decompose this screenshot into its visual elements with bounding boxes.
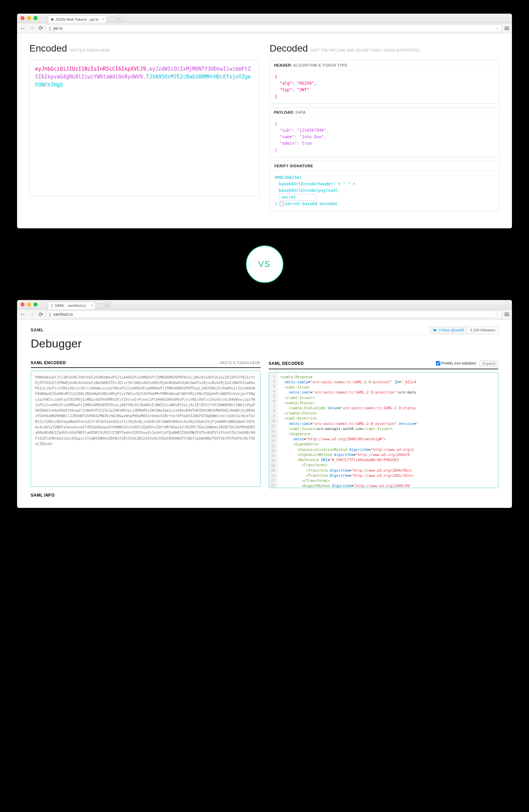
page-icon: ▯ bbox=[49, 312, 51, 317]
url-text: jwt.io bbox=[53, 26, 62, 31]
titlebar: ◆ JSON Web Tokens - jwt.io × bbox=[17, 14, 512, 23]
window-controls bbox=[20, 302, 38, 307]
maximize-window-icon[interactable] bbox=[33, 16, 38, 20]
saml-brand: SAML bbox=[31, 328, 44, 332]
sig-line: base64UrlEncode(payload), bbox=[275, 187, 495, 194]
saml-decoded-viewer[interactable]: 1234567891011121314151617181920212223242… bbox=[269, 372, 499, 488]
saml-encoded-column: SAML ENCODED PASTE A TOKEN HERE PHNhbWxw… bbox=[31, 360, 261, 498]
close-tab-icon[interactable]: × bbox=[102, 17, 104, 21]
jwt-page: Encoded PASTE A TOKEN HERE eyJhbGciOiJIU… bbox=[17, 33, 512, 228]
tab-title: JSON Web Tokens - jwt.io bbox=[55, 17, 99, 22]
twitter-icon: 🐦 bbox=[433, 328, 438, 332]
bookmark-star-icon[interactable]: ☆ bbox=[495, 26, 499, 31]
twitter-follow-button[interactable]: 🐦Follow @auth0 3,150 followers bbox=[430, 327, 498, 334]
profile-icon[interactable] bbox=[115, 15, 121, 22]
maximize-window-icon[interactable] bbox=[33, 302, 38, 307]
encoded-subtitle: PASTE A TOKEN HERE bbox=[71, 48, 111, 52]
favicon-icon: ▯ bbox=[51, 303, 53, 308]
encoded-heading: Encoded bbox=[29, 43, 67, 54]
header-sublabel: ALGORITHM & TOKEN TYPE bbox=[293, 63, 348, 67]
new-tab-button[interactable] bbox=[98, 303, 104, 308]
close-window-icon[interactable] bbox=[20, 16, 25, 20]
decoded-column: Decoded EDIT THE PAYLOAD AND SECRET (ONL… bbox=[270, 43, 500, 215]
back-button-icon[interactable]: ← bbox=[20, 25, 26, 31]
signature-label: VERIFY SIGNATURE bbox=[274, 164, 313, 168]
browser-toolbar: ← → ⟳ ▯ samltool.io ☆ bbox=[17, 310, 512, 320]
line-gutter: 1234567891011121314151617181920212223242… bbox=[269, 372, 278, 488]
window-controls bbox=[20, 16, 38, 20]
saml-info-heading: SAML INFO bbox=[31, 493, 261, 498]
encoded-token-input[interactable]: eyJhbGciOiJIUzI1NiIsInR5cCI6IkpXVCJ9.eyJ… bbox=[29, 60, 260, 197]
tab-title: SAML - samltool.io bbox=[55, 303, 86, 308]
url-bar[interactable]: ▯ jwt.io ☆ bbox=[46, 25, 502, 32]
vs-divider: VS bbox=[17, 228, 512, 300]
browser-tab[interactable]: ▯ SAML - samltool.io × bbox=[48, 302, 95, 309]
tab-row: ◆ JSON Web Tokens - jwt.io × bbox=[48, 14, 126, 23]
menu-icon[interactable] bbox=[504, 27, 509, 30]
header-label: HEADER: bbox=[274, 63, 293, 67]
token-header-segment: eyJhbGciOiJIUzI1NiIsInR5cCI6IkpXVCJ9 bbox=[35, 66, 146, 72]
minimize-window-icon[interactable] bbox=[27, 302, 31, 307]
signature-panel: VERIFY SIGNATURE HMACSHA256( base64UrlEn… bbox=[270, 161, 500, 211]
url-bar[interactable]: ▯ samltool.io ☆ bbox=[46, 311, 502, 318]
forward-button-icon[interactable]: → bbox=[29, 25, 35, 31]
encoded-column: Encoded PASTE A TOKEN HERE eyJhbGciOiJIU… bbox=[29, 43, 260, 215]
secret-input[interactable] bbox=[279, 194, 317, 201]
forward-button-icon[interactable]: → bbox=[29, 311, 35, 317]
saml-encoded-subtitle: PASTE A TOKEN HERE bbox=[220, 361, 261, 365]
saml-encoded-heading: SAML ENCODED bbox=[31, 360, 66, 365]
sig-line: HMACSHA256( bbox=[275, 174, 495, 181]
payload-panel: PAYLOAD: DATA { "sub": "1234567890", "na… bbox=[270, 107, 500, 157]
follow-label: Follow @auth0 bbox=[439, 328, 464, 332]
saml-decoded-column: SAML DECODED Prettify (not editable) Exp… bbox=[269, 360, 499, 498]
browser-tab[interactable]: ◆ JSON Web Tokens - jwt.io × bbox=[48, 15, 106, 23]
reload-button-icon[interactable]: ⟳ bbox=[38, 311, 44, 318]
page-icon: ▯ bbox=[49, 26, 51, 31]
base64-label: secret base64 encoded bbox=[285, 201, 337, 206]
url-text: samltool.io bbox=[53, 312, 73, 317]
saml-page: SAML 🐦Follow @auth0 3,150 followers Debu… bbox=[17, 320, 512, 508]
vs-badge: VS bbox=[246, 245, 283, 283]
reload-button-icon[interactable]: ⟳ bbox=[38, 25, 44, 31]
saml-decoded-heading: SAML DECODED bbox=[269, 361, 304, 366]
jwt-browser-window: ◆ JSON Web Tokens - jwt.io × ← → ⟳ ▯ jwt… bbox=[17, 14, 512, 228]
header-json[interactable]: { "alg": "HS256", "typ": "JWT" } bbox=[270, 70, 500, 103]
expand-button[interactable]: Expand bbox=[480, 360, 498, 367]
menu-icon[interactable] bbox=[504, 313, 509, 316]
signature-body: HMACSHA256( base64UrlEncode(header) + ".… bbox=[270, 171, 500, 211]
payload-json[interactable]: { "sub": "1234567890", "name": "John Doe… bbox=[270, 117, 500, 157]
svg-point-0 bbox=[118, 17, 119, 18]
followers-count: 3,150 followers bbox=[467, 327, 498, 333]
sig-close: ) bbox=[275, 201, 277, 206]
saml-browser-window: ▯ SAML - samltool.io × ← → ⟳ ▯ samltool.… bbox=[17, 300, 512, 508]
decoded-subtitle: EDIT THE PAYLOAD AND SECRET (ONLY HS256 … bbox=[311, 48, 420, 52]
favicon-icon: ◆ bbox=[51, 17, 54, 22]
header-panel: HEADER: ALGORITHM & TOKEN TYPE { "alg": … bbox=[270, 60, 500, 104]
bookmark-star-icon[interactable]: ☆ bbox=[495, 312, 499, 317]
saml-encoded-input[interactable]: PHNhbWxwOlJlc3BvbnNlIHhtbG5zOnNhbWxwPSJ1… bbox=[31, 371, 261, 487]
profile-icon[interactable] bbox=[104, 302, 111, 308]
tab-row: ▯ SAML - samltool.io × bbox=[48, 300, 115, 309]
titlebar: ▯ SAML - samltool.io × bbox=[17, 300, 512, 310]
prettify-toggle[interactable]: Prettify (not editable) bbox=[436, 361, 476, 366]
back-button-icon[interactable]: ← bbox=[20, 311, 26, 317]
prettify-checkbox[interactable] bbox=[436, 361, 440, 366]
close-window-icon[interactable] bbox=[20, 302, 25, 307]
decoded-heading: Decoded bbox=[270, 43, 308, 54]
minimize-window-icon[interactable] bbox=[27, 16, 31, 20]
new-tab-button[interactable] bbox=[108, 17, 115, 22]
base64-checkbox[interactable] bbox=[280, 202, 284, 206]
close-tab-icon[interactable]: × bbox=[91, 304, 93, 308]
saml-xml-code: <samlp:Response xmlns:samlp="urn:oasis:n… bbox=[278, 372, 498, 488]
payload-sublabel: DATA bbox=[296, 110, 306, 114]
browser-toolbar: ← → ⟳ ▯ jwt.io ☆ bbox=[17, 23, 512, 33]
payload-label: PAYLOAD: bbox=[274, 110, 295, 114]
svg-point-1 bbox=[107, 303, 108, 305]
sig-line: base64UrlEncode(header) + "." + bbox=[275, 181, 495, 187]
page-title: Debugger bbox=[31, 337, 498, 350]
